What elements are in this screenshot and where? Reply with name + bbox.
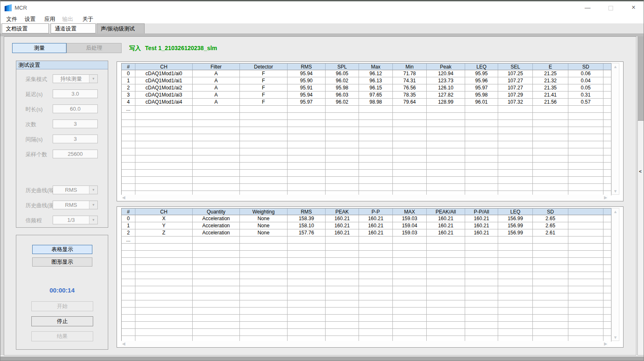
scroll-right-icon[interactable]: ▶: [604, 341, 607, 346]
table-cell: [465, 184, 498, 191]
table-empty-row: [121, 308, 612, 315]
table-cell: [603, 293, 611, 300]
chevron-down-icon[interactable]: ▾: [89, 216, 97, 224]
menu-settings[interactable]: 设置: [23, 15, 37, 23]
table-cell: [498, 279, 533, 286]
table-cell: [121, 286, 135, 293]
table-cell: [240, 244, 288, 251]
table-cell: [121, 120, 135, 127]
combo-6[interactable]: RMS▾: [53, 186, 98, 194]
table-cell: [498, 244, 533, 251]
table-cell: [326, 155, 359, 163]
table-row[interactable]: 1YAccelerationNone158.10160.21160.21159.…: [121, 222, 612, 229]
stop-button[interactable]: 停止: [31, 316, 93, 326]
table-cell: [135, 308, 193, 315]
minimize-button[interactable]: —: [578, 1, 597, 14]
horizontal-scrollbar[interactable]: ◀▶: [121, 195, 608, 201]
collapse-panel-icon[interactable]: <: [639, 169, 641, 174]
chevron-down-icon[interactable]: ▾: [89, 201, 97, 209]
table-cell: [533, 120, 568, 127]
table-cell: [288, 127, 326, 134]
table-cell: [135, 134, 193, 141]
table-cell: [427, 113, 465, 120]
combo-8[interactable]: 1/3▾: [53, 216, 98, 224]
table-cell: [240, 293, 288, 300]
menu-application[interactable]: 应用: [43, 15, 57, 23]
menu-output[interactable]: 输出: [61, 15, 75, 23]
table-cell: [498, 163, 533, 170]
combo-7[interactable]: RMS▾: [53, 201, 98, 209]
table-row[interactable]: 0XAccelerationNone158.39160.21160.21159.…: [121, 215, 612, 222]
vertical-scrollbar[interactable]: ▲▼: [611, 208, 619, 341]
side-splitter[interactable]: <: [637, 120, 644, 356]
table-cell: [326, 184, 359, 191]
start-button[interactable]: 开始: [31, 301, 93, 311]
table-cell: [393, 265, 427, 272]
scroll-left-icon[interactable]: ◀: [122, 195, 125, 200]
scroll-up-icon[interactable]: ▲: [612, 209, 619, 214]
left-margin: [0, 36, 4, 356]
table-cell: [393, 184, 427, 191]
input-3[interactable]: 3: [53, 119, 98, 128]
measure-button[interactable]: 测量: [12, 43, 66, 53]
chevron-down-icon[interactable]: ▾: [89, 75, 97, 83]
maximize-button[interactable]: [601, 1, 620, 14]
table-cell: [326, 286, 359, 293]
input-1[interactable]: 3.0: [53, 89, 98, 98]
combo-0[interactable]: 持续测量▾: [53, 74, 98, 83]
table-cell: [359, 236, 393, 244]
table-cell: [121, 134, 135, 141]
table-row[interactable]: 2cDAQ1Mod1/ai2AF95.9195.9896.1576.56126.…: [121, 84, 612, 92]
table-cell: [326, 329, 359, 336]
table-cell: [603, 84, 611, 92]
postprocess-button[interactable]: 后处理: [66, 43, 122, 53]
tab-document-settings[interactable]: 文档设置: [2, 23, 49, 33]
table-cell: [326, 141, 359, 148]
table-cell: [393, 163, 427, 170]
table-cell: 95.90: [288, 77, 326, 84]
table-row[interactable]: 4cDAQ1Mod1/ai4AF95.9796.0298.9879.64128.…: [121, 99, 612, 106]
table-row[interactable]: 3cDAQ1Mod1/ai3AF95.9496.0397.6578.35127.…: [121, 92, 612, 99]
input-4[interactable]: 3: [53, 135, 98, 143]
table-cell: [135, 244, 193, 251]
scroll-left-icon[interactable]: ◀: [122, 341, 125, 346]
table-cell: [393, 329, 427, 336]
table-cell: [288, 155, 326, 163]
chevron-down-icon[interactable]: ▾: [89, 186, 97, 194]
table-cell: [135, 148, 193, 155]
scroll-down-icon[interactable]: ▼: [612, 335, 619, 340]
scroll-down-icon[interactable]: ▼: [612, 189, 619, 193]
menu-file[interactable]: 文件: [5, 15, 19, 23]
table-cell: [427, 236, 465, 244]
tab-channel-settings[interactable]: 通道设置: [51, 23, 96, 33]
table-cell: 107.32: [498, 99, 533, 106]
table-cell: [393, 106, 427, 113]
close-button[interactable]: ×: [624, 1, 643, 14]
table-display-button[interactable]: 表格显示: [32, 245, 92, 254]
table-cell: 95.96: [465, 77, 498, 84]
table-cell: 159.03: [393, 229, 427, 236]
input-5[interactable]: 25600: [53, 150, 98, 158]
horizontal-scrollbar[interactable]: ◀▶: [121, 341, 608, 347]
table-cell: [393, 120, 427, 127]
table-cell: [393, 148, 427, 155]
table-empty-row: [121, 120, 612, 127]
table-cell: [568, 127, 603, 134]
table-row[interactable]: 0cDAQ1Mod1/ai0AF95.9496.0596.1271.78120.…: [121, 70, 612, 77]
table-row[interactable]: 1cDAQ1Mod1/ai1AF95.9096.0296.1374.31123.…: [121, 77, 612, 84]
table-cell: [359, 177, 393, 184]
menu-about[interactable]: 关于: [81, 15, 95, 23]
table-cell: [465, 300, 498, 308]
table-cell: [498, 258, 533, 265]
input-2[interactable]: 60.0: [53, 104, 98, 113]
graph-display-button[interactable]: 图形显示: [32, 257, 92, 267]
result-button[interactable]: 结果: [31, 331, 93, 341]
scroll-right-icon[interactable]: ▶: [604, 195, 607, 200]
table-cell: [240, 177, 288, 184]
scroll-up-icon[interactable]: ▲: [612, 64, 619, 69]
table-cell: [359, 148, 393, 155]
table-cell: [359, 251, 393, 258]
vertical-scrollbar[interactable]: ▲▼: [611, 63, 619, 195]
table-row[interactable]: 2ZAccelerationNone157.76160.21160.21159.…: [121, 229, 612, 236]
table-cell: [121, 322, 135, 329]
